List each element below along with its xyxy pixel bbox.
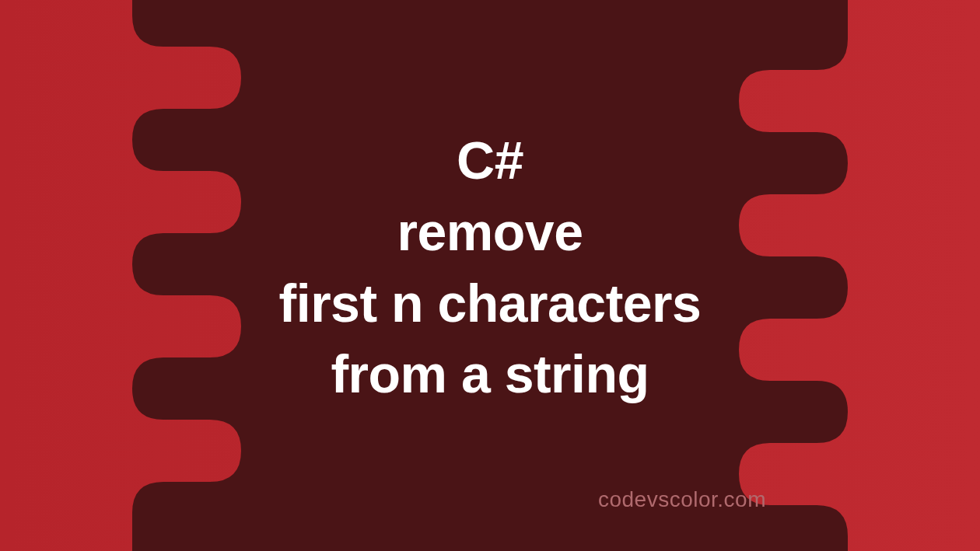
- site-watermark: codevscolor.com: [598, 487, 766, 512]
- title-line-4: from a string: [279, 339, 702, 410]
- title: C# remove first n characters from a stri…: [279, 125, 702, 410]
- title-line-1: C#: [279, 125, 702, 197]
- title-line-3: first n characters: [279, 268, 702, 340]
- title-line-2: remove: [279, 197, 702, 268]
- content-area: C# remove first n characters from a stri…: [0, 0, 980, 551]
